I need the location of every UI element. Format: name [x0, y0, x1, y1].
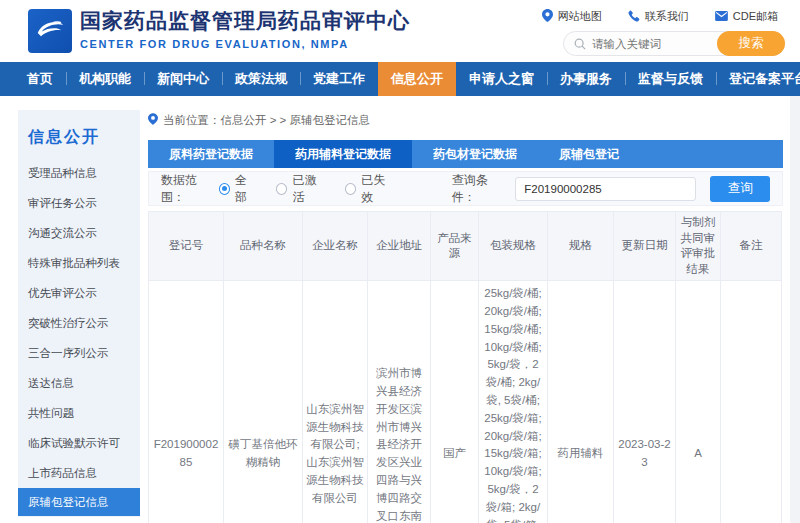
tab-excipient-registration[interactable]: 药用辅料登记数据	[274, 140, 412, 168]
main-nav: 首页 机构职能 新闻中心 政策法规 党建工作 信息公开 申请人之窗 办事服务 监…	[0, 62, 800, 96]
breadcrumb: 当前位置：信息公开 > > 原辅包登记信息	[148, 112, 783, 128]
sidebar: 信息公开 受理品种信息 审评任务公示 沟通交流公示 特殊审批品种列表 优先审评公…	[18, 110, 140, 517]
tab-api-registration[interactable]: 原料药登记数据	[148, 140, 274, 168]
table-header-row: 登记号 品种名称 企业名称 企业地址 产品来源 包装规格 规格 更新日期 与制剂…	[149, 212, 782, 281]
breadcrumb-text: 当前位置：信息公开 > > 原辅包登记信息	[163, 113, 370, 128]
cell-company-address: 滨州市博兴县经济开发区滨州市博兴县经济开发区兴业四路与兴博四路交叉口东南处	[368, 281, 431, 523]
location-pin-icon	[542, 9, 553, 24]
nav-item-functions[interactable]: 机构职能	[66, 62, 144, 96]
radio-all-label: 全部	[235, 172, 258, 206]
cell-reg-no: F20190000285	[149, 281, 224, 523]
col-header-review-result: 与制剂共同审评审批结果	[676, 212, 721, 281]
search-button[interactable]: 搜索	[717, 31, 785, 56]
sidebar-item-delivery-info[interactable]: 送达信息	[18, 368, 140, 398]
nav-item-applicant-window[interactable]: 申请人之窗	[456, 62, 547, 96]
site-map-link[interactable]: 网站地图	[542, 9, 602, 24]
cell-origin: 国产	[431, 281, 479, 523]
nav-item-news[interactable]: 新闻中心	[144, 62, 222, 96]
col-header-company-address: 企业地址	[368, 212, 431, 281]
results-table: 登记号 品种名称 企业名称 企业地址 产品来源 包装规格 规格 更新日期 与制剂…	[148, 211, 782, 523]
nav-item-policies[interactable]: 政策法规	[222, 62, 300, 96]
sidebar-item-marketed-drugs[interactable]: 上市药品信息	[18, 458, 140, 488]
nav-item-services[interactable]: 办事服务	[547, 62, 625, 96]
col-header-origin: 产品来源	[431, 212, 479, 281]
col-header-remark: 备注	[721, 212, 782, 281]
main-content: 当前位置：信息公开 > > 原辅包登记信息 原料药登记数据 药用辅料登记数据 药…	[148, 112, 783, 523]
cde-swoosh-icon	[32, 11, 68, 51]
query-label: 查询条件：	[452, 172, 510, 206]
cell-update-date: 2023-03-23	[614, 281, 676, 523]
phone-icon	[628, 10, 640, 24]
cell-packaging: 25kg/袋/桶; 20kg/袋/桶; 15kg/袋/桶; 10kg/袋/桶; …	[479, 281, 548, 523]
table-row: F20190000285 磺丁基倍他环糊精钠 山东滨州智源生物科技有限公司;山东…	[149, 281, 782, 523]
radio-expired[interactable]: 已失效	[345, 172, 396, 206]
scope-label: 数据范围：	[161, 172, 219, 206]
nav-item-info-disclosure[interactable]: 信息公开	[378, 62, 456, 96]
site-search-bar: 搜索	[563, 31, 785, 56]
col-header-spec: 规格	[548, 212, 614, 281]
scrollbar-track[interactable]	[790, 96, 800, 523]
radio-all[interactable]: 全部	[219, 172, 258, 206]
utility-links: 网站地图 联系我们 CDE邮箱	[542, 9, 778, 24]
nav-item-home[interactable]: 首页	[14, 62, 66, 96]
site-title: 国家药品监督管理局药品审评中心	[80, 7, 410, 35]
sidebar-item-communication[interactable]: 沟通交流公示	[18, 218, 140, 248]
cde-mail-link[interactable]: CDE邮箱	[715, 9, 778, 24]
mail-icon	[715, 11, 728, 23]
radio-expired-label: 已失效	[361, 172, 395, 206]
query-input[interactable]	[515, 177, 696, 201]
radio-circle-icon	[219, 183, 231, 195]
sidebar-item-clinical-trial-license[interactable]: 临床试验默示许可	[18, 428, 140, 458]
site-header: 国家药品监督管理局药品审评中心 CENTER FOR DRUG EVALUATI…	[0, 0, 800, 62]
page: 国家药品监督管理局药品审评中心 CENTER FOR DRUG EVALUATI…	[0, 0, 800, 523]
radio-activated-label: 已激活	[292, 172, 326, 206]
sidebar-item-raw-excipient-packaging[interactable]: 原辅包登记信息	[18, 488, 140, 516]
contact-us-label: 联系我们	[645, 9, 689, 24]
sidebar-item-breakthrough-therapy[interactable]: 突破性治疗公示	[18, 308, 140, 338]
cell-review-result: A	[676, 281, 721, 523]
sidebar-item-accepted-varieties[interactable]: 受理品种信息	[18, 158, 140, 188]
col-header-product-name: 品种名称	[224, 212, 303, 281]
radio-circle-icon	[276, 183, 288, 195]
col-header-packaging: 包装规格	[479, 212, 548, 281]
tab-raw-excipient-packaging[interactable]: 原辅包登记	[538, 140, 640, 168]
col-header-reg-no: 登记号	[149, 212, 224, 281]
nav-item-supervision[interactable]: 监督与反馈	[625, 62, 716, 96]
sidebar-item-three-in-one[interactable]: 三合一序列公示	[18, 338, 140, 368]
location-pin-icon	[148, 113, 158, 127]
cde-mail-label: CDE邮箱	[733, 9, 778, 24]
site-map-label: 网站地图	[558, 9, 602, 24]
radio-circle-icon	[345, 183, 357, 195]
tab-packaging-material-registration[interactable]: 药包材登记数据	[412, 140, 538, 168]
cell-spec: 药用辅料	[548, 281, 614, 523]
cell-product-name: 磺丁基倍他环糊精钠	[224, 281, 303, 523]
query-button[interactable]: 查询	[710, 176, 770, 202]
nav-item-registration-platform[interactable]: 登记备案平台	[716, 62, 800, 96]
sidebar-item-special-approval[interactable]: 特殊审批品种列表	[18, 248, 140, 278]
sidebar-item-review-tasks[interactable]: 审评任务公示	[18, 188, 140, 218]
cde-logo[interactable]	[28, 9, 72, 53]
col-header-company-name: 企业名称	[303, 212, 368, 281]
site-subtitle: CENTER FOR DRUG EVALUATION, NMPA	[80, 38, 410, 50]
radio-activated[interactable]: 已激活	[276, 172, 327, 206]
filter-bar: 数据范围： 全部 已激活 已失效 查询条件： 查询	[148, 171, 783, 206]
col-header-update-date: 更新日期	[614, 212, 676, 281]
sidebar-item-common-issues[interactable]: 共性问题	[18, 398, 140, 428]
contact-us-link[interactable]: 联系我们	[628, 9, 689, 24]
magnifier-icon	[574, 38, 586, 50]
search-input[interactable]	[586, 38, 717, 50]
sidebar-item-priority-review[interactable]: 优先审评公示	[18, 278, 140, 308]
cell-remark	[721, 281, 782, 523]
nav-item-party[interactable]: 党建工作	[300, 62, 378, 96]
data-tabs: 原料药登记数据 药用辅料登记数据 药包材登记数据 原辅包登记	[148, 140, 783, 168]
sidebar-title: 信息公开	[18, 123, 140, 158]
site-titles: 国家药品监督管理局药品审评中心 CENTER FOR DRUG EVALUATI…	[80, 7, 410, 50]
cell-company-name: 山东滨州智源生物科技有限公司;山东滨州智源生物科技有限公司	[303, 281, 368, 523]
